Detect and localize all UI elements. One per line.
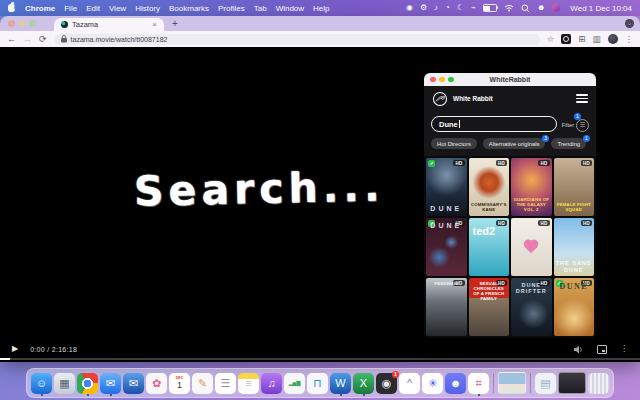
apple-icon[interactable]: [8, 4, 15, 12]
poster-dune-2021[interactable]: ✓HDDUNE: [426, 158, 467, 216]
dock-airmail[interactable]: ✉: [123, 373, 144, 394]
player-menu-icon[interactable]: ⋮: [620, 345, 628, 353]
menu-item-help[interactable]: Help: [313, 4, 329, 13]
search-input[interactable]: Dune: [431, 116, 557, 132]
poster-guardians-of-the-galaxy-vol-2[interactable]: HDGUARDIANS OF THE GALAXY VOL. 2: [511, 158, 552, 216]
minimize-window-icon[interactable]: [19, 20, 26, 27]
zoom-window-icon[interactable]: [29, 20, 36, 27]
popup-zoom-icon[interactable]: [448, 77, 454, 83]
bookmark-star-icon[interactable]: ☆: [547, 35, 555, 44]
battery-icon[interactable]: [483, 4, 497, 12]
moon-icon[interactable]: ☾: [457, 4, 464, 12]
menu-item-bookmarks[interactable]: Bookmarks: [169, 4, 209, 13]
popup-header: White Rabbit: [424, 86, 596, 111]
control-center-icon[interactable]: [552, 4, 560, 12]
dock-clickup[interactable]: ^: [399, 373, 420, 394]
dock-loading-app[interactable]: ✳: [422, 373, 443, 394]
gear-icon[interactable]: ⚙: [420, 4, 427, 12]
address-bar[interactable]: tazama.movie/watch/tt0087182: [54, 34, 540, 45]
poster-valentines-comedy[interactable]: HD: [511, 218, 552, 276]
tab-tazama[interactable]: Tazama ×: [54, 18, 164, 31]
dock-mail[interactable]: ✉: [100, 373, 121, 394]
dock-reminders[interactable]: ☰: [215, 373, 236, 394]
chrome-menu-icon[interactable]: ⋮: [625, 35, 634, 44]
whiterabbit-extension-icon[interactable]: [561, 34, 571, 44]
dock-pages[interactable]: ✎: [192, 373, 213, 394]
dock-excel[interactable]: X: [353, 373, 374, 394]
menu-item-edit[interactable]: Edit: [86, 4, 100, 13]
poster-commissarys-kane[interactable]: HDCOMMISSARY'S KANE: [469, 158, 510, 216]
screen-record-icon[interactable]: ◉: [406, 4, 413, 12]
reload-button[interactable]: ⟳: [39, 35, 47, 44]
dock-slack[interactable]: ⌗: [468, 373, 489, 394]
shortcut-icon[interactable]: ⌁: [471, 4, 476, 12]
page-content: Search... ▶ 0:00 / 2:16:18 ⋮ WhiteRabbit: [0, 47, 640, 362]
dock-numbers[interactable]: ▂▅▇: [284, 373, 305, 394]
poster-dune-1984[interactable]: ✓HDDUNE: [426, 218, 467, 276]
hd-badge: HD: [453, 160, 464, 166]
dock-keynote[interactable]: ⊓: [307, 373, 328, 394]
poster-title: SEXUAL CHRONICLES OF A FRENCH FAMILY: [471, 282, 508, 302]
dock-minimized-window-dark[interactable]: [558, 372, 586, 394]
profile-avatar[interactable]: [608, 34, 618, 44]
forward-button[interactable]: →: [23, 35, 32, 44]
menu-item-window[interactable]: Window: [276, 4, 304, 13]
play-button[interactable]: ▶: [12, 345, 18, 353]
poster-dune-classic[interactable]: ✓HDDUNE: [554, 278, 595, 336]
seek-bar[interactable]: [0, 358, 640, 360]
side-panel-icon[interactable]: ▥: [592, 35, 600, 44]
poster-the-sand-dune[interactable]: HDTHE SAND DUNE: [554, 218, 595, 276]
dock-notes[interactable]: ≡: [238, 373, 259, 394]
popup-minimize-icon[interactable]: [439, 77, 445, 83]
menu-item-history[interactable]: History: [135, 4, 160, 13]
search-icon[interactable]: [521, 4, 530, 13]
chip-hot-directors[interactable]: Hot Directors: [431, 138, 477, 149]
poster-dune-drifter[interactable]: HDDUNE DRIFTER: [511, 278, 552, 336]
back-button[interactable]: ←: [7, 35, 16, 44]
volume-icon[interactable]: [574, 345, 584, 354]
chip-alternative-originals[interactable]: Alternative originals3: [483, 138, 546, 149]
menu-item-chrome[interactable]: Chrome: [25, 4, 55, 13]
desktop: ChromeFileEditViewHistoryBookmarksProfil…: [0, 0, 640, 400]
menu-item-tab[interactable]: Tab: [254, 4, 267, 13]
filter-control[interactable]: Filter 1 ☰: [562, 117, 589, 132]
menu-item-profiles[interactable]: Profiles: [218, 4, 245, 13]
hamburger-menu-icon[interactable]: [576, 94, 588, 103]
music-icon[interactable]: ♪: [434, 4, 438, 12]
dock-documents-stack[interactable]: ▤: [535, 373, 556, 394]
picture-in-picture-icon[interactable]: [597, 345, 607, 354]
dock-photos[interactable]: ✿: [146, 373, 167, 394]
menu-item-file[interactable]: File: [64, 4, 77, 13]
poster-sexual-chronicles-of-a-french-family[interactable]: HDSEXUAL CHRONICLES OF A FRENCH FAMILY: [469, 278, 510, 336]
chip-trending[interactable]: Trending1: [551, 138, 586, 149]
wifi-icon[interactable]: [504, 4, 514, 12]
poster-title: ted2: [473, 225, 508, 238]
filter-sliders-icon[interactable]: ☰: [576, 119, 589, 132]
dock-launchpad[interactable]: ▦: [54, 373, 75, 394]
menu-item-view[interactable]: View: [109, 4, 126, 13]
dock-trash[interactable]: [588, 373, 609, 394]
close-tab-icon[interactable]: ×: [152, 21, 157, 29]
dock-podcasts[interactable]: ♫: [261, 373, 282, 394]
dock-chrome[interactable]: [77, 373, 98, 394]
extensions-puzzle-icon[interactable]: ⊞: [578, 35, 585, 44]
running-indicator: [41, 394, 43, 396]
user-icon[interactable]: ☻: [537, 4, 545, 12]
popup-close-icon[interactable]: [430, 77, 436, 83]
poster-female-fight-squad[interactable]: HDFEMALE FIGHT SQUAD: [554, 158, 595, 216]
clock[interactable]: Wed 1 Dec 10:04: [570, 4, 632, 13]
dock-finder[interactable]: ☺: [31, 373, 52, 394]
dock-word[interactable]: W: [330, 373, 351, 394]
dock-minimized-window-light[interactable]: [498, 372, 526, 394]
new-tab-button[interactable]: +: [172, 18, 178, 31]
url-text: tazama.movie/watch/tt0087182: [71, 36, 168, 43]
tab-search-icon[interactable]: ⌄: [625, 19, 634, 28]
dock-discord[interactable]: ☻: [445, 373, 466, 394]
popup-search-row: Dune Filter 1 ☰: [424, 111, 596, 135]
close-window-icon[interactable]: [8, 20, 15, 27]
poster-ted-2[interactable]: HDted2: [469, 218, 510, 276]
dock-shutter-app[interactable]: ◉1: [376, 373, 397, 394]
timer-icon[interactable]: ◔: [445, 4, 450, 12]
poster-pandemic[interactable]: HDPANDEMIC: [426, 278, 467, 336]
dock-calendar[interactable]: DEC1: [169, 373, 190, 394]
